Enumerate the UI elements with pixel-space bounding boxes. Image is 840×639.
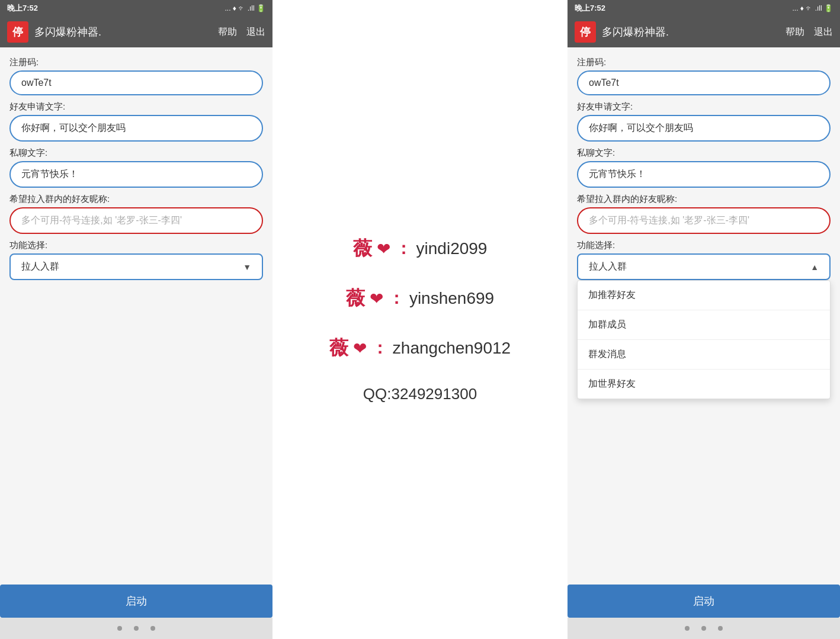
left-func-group: 功能选择: 拉人入群 ▼ — [9, 240, 263, 280]
left-friend-input[interactable]: 你好啊，可以交个朋友吗 — [9, 115, 263, 142]
right-nickname-group: 希望拉入群内的好友昵称: 多个可用-符号连接,如 '老罗-张三-李四' — [577, 194, 831, 234]
wm2-colon: ： — [388, 287, 405, 310]
left-stop-button[interactable]: 停 — [7, 21, 28, 43]
wm3-colon: ： — [371, 337, 388, 359]
left-title-bar: 停 多闪爆粉神器. 帮助 退出 — [0, 17, 272, 47]
right-friend-group: 好友申请文字: 你好啊，可以交个朋友吗 — [577, 101, 831, 142]
wm2-username: yinshen699 — [409, 289, 494, 308]
right-start-button[interactable]: 启动 — [568, 585, 840, 618]
left-nickname-label: 希望拉入群内的好友昵称: — [9, 194, 263, 205]
left-nickname-group: 希望拉入群内的好友昵称: 多个可用-符号连接,如 '老罗-张三-李四' — [9, 194, 263, 234]
right-app-title: 多闪爆粉神器. — [602, 25, 780, 39]
right-friend-label: 好友申请文字: — [577, 101, 831, 113]
left-nav-dot-2 — [134, 626, 139, 631]
right-dropdown-menu: 加推荐好友 加群成员 群发消息 加世界好友 — [577, 280, 831, 399]
right-nav-dot-2 — [701, 626, 706, 631]
left-reg-input[interactable]: owTe7t — [9, 70, 263, 95]
right-dropdown-item-4[interactable]: 加世界好友 — [578, 370, 830, 399]
right-title-bar: 停 多闪爆粉神器. 帮助 退出 — [568, 17, 840, 47]
left-private-group: 私聊文字: 元宵节快乐！ — [9, 147, 263, 188]
left-friend-group: 好友申请文字: 你好啊，可以交个朋友吗 — [9, 101, 263, 142]
right-phone-panel: 晚上7:52 ... ♦ ᯤ .ıll 🔋 停 多闪爆粉神器. 帮助 退出 注册… — [568, 0, 840, 639]
left-start-button[interactable]: 启动 — [0, 585, 272, 618]
right-nickname-label: 希望拉入群内的好友昵称: — [577, 194, 831, 205]
right-nickname-input[interactable]: 多个可用-符号连接,如 '老罗-张三-李四' — [577, 207, 831, 234]
wm1-colon: ： — [395, 237, 412, 260]
left-time: 晚上7:52 — [7, 3, 38, 14]
watermark-line-2: 薇 ❤ ： yinshen699 — [346, 285, 494, 312]
wm2-heart-icon: ❤ — [370, 289, 383, 309]
right-nav-dot-3 — [718, 626, 723, 631]
right-dropdown-item-3[interactable]: 群发消息 — [578, 340, 830, 370]
wm3-rose: 薇 — [329, 335, 348, 361]
right-quit-button[interactable]: 退出 — [814, 26, 833, 38]
watermark-line-3: 薇 ❤ ： zhangchen9012 — [329, 335, 511, 361]
wm3-heart-icon: ❤ — [353, 339, 367, 358]
left-reg-label: 注册码: — [9, 57, 263, 68]
right-func-dropdown[interactable]: 拉人入群 ▲ — [577, 253, 831, 280]
left-phone-panel: 晚上7:52 ... ♦ ᯤ .ıll 🔋 停 多闪爆粉神器. 帮助 退出 注册… — [0, 0, 272, 639]
middle-watermark-panel: 薇 ❤ ： yindi2099 薇 ❤ ： yinshen699 薇 ❤ ： z… — [272, 0, 568, 639]
right-status-bar: 晚上7:52 ... ♦ ᯤ .ıll 🔋 — [568, 0, 840, 17]
right-dropdown-item-2[interactable]: 加群成员 — [578, 310, 830, 340]
left-private-input[interactable]: 元宵节快乐！ — [9, 161, 263, 188]
right-private-label: 私聊文字: — [577, 147, 831, 159]
left-nav-dot-1 — [117, 626, 122, 631]
left-nickname-input[interactable]: 多个可用-符号连接,如 '老罗-张三-李四' — [9, 207, 263, 234]
left-func-label: 功能选择: — [9, 240, 263, 251]
right-bottom-nav — [568, 618, 840, 639]
wm1-heart-icon: ❤ — [377, 239, 390, 259]
left-quit-button[interactable]: 退出 — [246, 26, 265, 38]
wm2-rose: 薇 — [346, 285, 365, 312]
left-icons: ... ♦ ᯤ .ıll 🔋 — [225, 4, 265, 12]
right-func-label: 功能选择: — [577, 240, 831, 251]
right-func-group: 功能选择: 拉人入群 ▲ 加推荐好友 加群成员 群发消息 加世界好友 — [577, 240, 831, 280]
right-time: 晚上7:52 — [575, 3, 605, 14]
left-dropdown-arrow-icon: ▼ — [243, 262, 251, 272]
wm-qq-label: QQ:3249291300 — [363, 385, 477, 403]
right-dropdown-item-1[interactable]: 加推荐好友 — [578, 281, 830, 310]
right-friend-input[interactable]: 你好啊，可以交个朋友吗 — [577, 115, 831, 142]
right-func-value: 拉人入群 — [589, 261, 627, 273]
right-stop-button[interactable]: 停 — [575, 21, 596, 43]
left-nav-dot-3 — [150, 626, 155, 631]
right-reg-group: 注册码: owTe7t — [577, 57, 831, 95]
left-func-value: 拉人入群 — [21, 261, 59, 273]
wm1-rose: 薇 — [353, 236, 372, 262]
right-content: 注册码: owTe7t 好友申请文字: 你好啊，可以交个朋友吗 私聊文字: 元宵… — [568, 47, 840, 585]
left-reg-group: 注册码: owTe7t — [9, 57, 263, 95]
left-content: 注册码: owTe7t 好友申请文字: 你好啊，可以交个朋友吗 私聊文字: 元宵… — [0, 47, 272, 585]
left-help-button[interactable]: 帮助 — [218, 26, 237, 38]
left-friend-label: 好友申请文字: — [9, 101, 263, 113]
wm3-username: zhangchen9012 — [393, 339, 511, 358]
watermark-line-1: 薇 ❤ ： yindi2099 — [353, 236, 488, 262]
wm1-username: yindi2099 — [416, 239, 488, 258]
left-bottom-nav — [0, 618, 272, 639]
right-help-button[interactable]: 帮助 — [786, 26, 804, 38]
right-dropdown-arrow-icon: ▲ — [810, 262, 819, 272]
left-status-bar: 晚上7:52 ... ♦ ᯤ .ıll 🔋 — [0, 0, 272, 17]
left-app-title: 多闪爆粉神器. — [34, 25, 212, 39]
right-private-group: 私聊文字: 元宵节快乐！ — [577, 147, 831, 188]
right-nav-dot-1 — [685, 626, 690, 631]
left-private-label: 私聊文字: — [9, 147, 263, 159]
right-private-input[interactable]: 元宵节快乐！ — [577, 161, 831, 188]
left-func-dropdown[interactable]: 拉人入群 ▼ — [9, 253, 263, 280]
right-reg-label: 注册码: — [577, 57, 831, 68]
right-reg-input[interactable]: owTe7t — [577, 70, 831, 95]
right-icons: ... ♦ ᯤ .ıll 🔋 — [793, 4, 833, 12]
